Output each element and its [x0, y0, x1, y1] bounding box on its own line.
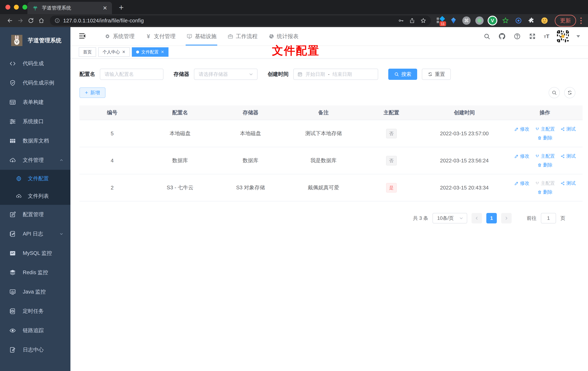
start-date-placeholder: 开始日期 [305, 71, 325, 77]
sidebar-item-label: 代码生成 [23, 60, 44, 67]
reset-button[interactable]: 重置 [422, 69, 451, 80]
minimize-window-button[interactable] [14, 5, 19, 10]
zoom-window-button[interactable] [22, 5, 27, 10]
github-icon[interactable] [498, 32, 506, 40]
topnav-right: TT [483, 30, 580, 42]
chevron-down-icon [59, 232, 63, 236]
font-size-icon[interactable]: TT [544, 33, 549, 39]
sidebar-item-java-monitor[interactable]: Java 监控 [0, 282, 70, 301]
sidebar-item-trace[interactable]: 链路追踪 [0, 321, 70, 340]
bookmark-star-icon[interactable] [420, 18, 426, 23]
nav-item-workflow[interactable]: 工作流程 [222, 27, 263, 45]
table-search-toggle-button[interactable] [549, 87, 560, 98]
next-page-button[interactable] [501, 213, 512, 223]
reload-button[interactable] [26, 15, 36, 26]
extension-emoji-icon[interactable] [540, 16, 549, 25]
nav-item-label: 支付管理 [154, 33, 176, 40]
storage-select[interactable]: 请选择存储器 [194, 69, 258, 80]
tag-file-config[interactable]: 文件配置 ✕ [132, 47, 168, 57]
site-info-icon[interactable] [54, 18, 60, 23]
sidebar-item-file-list[interactable]: 文件列表 [0, 187, 70, 205]
edit-action[interactable]: 修改 [514, 153, 529, 159]
tag-close-icon[interactable]: ✕ [122, 50, 125, 54]
extensions-row: 11 ⌘ V [436, 16, 549, 25]
sidebar-item-code-gen-demo[interactable]: 代码生成示例 [0, 73, 70, 93]
nav-item-system[interactable]: 系统管理 [99, 27, 140, 45]
add-button[interactable]: + 新增 [79, 87, 105, 98]
sidebar-item-db-doc[interactable]: 数据库文档 [0, 131, 70, 150]
browser-tab[interactable]: 芋道管理系统 ✕ [27, 2, 112, 14]
extension-v-icon[interactable]: V [488, 16, 497, 25]
sidebar-item-label: MySQL 监控 [23, 250, 52, 257]
tab-close-icon[interactable]: ✕ [103, 5, 107, 11]
share-icon[interactable] [409, 18, 415, 23]
config-name-input[interactable] [100, 69, 163, 80]
test-action[interactable]: 测试 [560, 153, 576, 159]
extension-kite-icon[interactable] [449, 16, 458, 25]
delete-action[interactable]: 删除 [537, 135, 553, 141]
extension-star-icon[interactable] [501, 16, 510, 25]
help-icon[interactable] [514, 32, 521, 40]
close-window-button[interactable] [5, 5, 10, 10]
sidebar-item-form-builder[interactable]: 表单构建 [0, 93, 70, 112]
tag-profile[interactable]: 个人中心 ✕ [98, 47, 130, 57]
sidebar-item-file-config[interactable]: 文件配置 [0, 170, 70, 187]
nav-item-infrastructure[interactable]: 基础设施 [181, 27, 222, 45]
extension-green-dot-icon[interactable] [475, 16, 484, 25]
goto-page-input[interactable] [541, 213, 556, 223]
pencil-icon [514, 127, 519, 131]
sidebar-item-log-center[interactable]: 日志中心 [0, 340, 70, 360]
search-button[interactable]: 搜索 [388, 69, 417, 80]
chart-monitor-icon [9, 250, 16, 257]
current-page-button[interactable]: 1 [486, 213, 497, 223]
extensions-puzzle-icon[interactable] [527, 16, 536, 25]
sliders-icon [9, 118, 16, 125]
nav-item-reports[interactable]: 统计报表 [263, 27, 304, 45]
avatar-caret-down-icon[interactable] [577, 35, 580, 38]
edit-action[interactable]: 修改 [514, 180, 529, 186]
nav-item-payment[interactable]: ¥ 支付管理 [140, 27, 181, 45]
browser-update-button[interactable]: 更新 [555, 15, 576, 27]
extension-command-icon[interactable]: ⌘ [462, 16, 471, 25]
password-key-icon[interactable] [398, 18, 404, 23]
pagination: 共 3 条 10条/页 1 前往 页 [79, 213, 583, 223]
master-action[interactable]: 主配置 [535, 126, 555, 132]
address-bar[interactable]: 127.0.0.1:1024/infra/file/file-config [50, 16, 431, 26]
fullscreen-icon[interactable] [529, 32, 536, 40]
sidebar-item-file-management[interactable]: 文件管理 [0, 150, 70, 170]
master-action[interactable]: 主配置 [535, 153, 555, 159]
sidebar-item-mysql-monitor[interactable]: MySQL 监控 [0, 244, 70, 263]
master-badge: 否 [386, 156, 397, 165]
extension-eye-icon[interactable] [514, 16, 523, 25]
share-nodes-icon [560, 154, 565, 159]
sidebar-item-code-gen[interactable]: 代码生成 [0, 54, 70, 73]
delete-action[interactable]: 删除 [537, 162, 553, 168]
forward-button[interactable] [15, 15, 26, 26]
sidebar-item-system-api[interactable]: 系统接口 [0, 112, 70, 131]
collapse-sidebar-icon[interactable] [78, 32, 87, 41]
edit-action[interactable]: 修改 [514, 126, 529, 132]
sidebar-item-scheduled-tasks[interactable]: 定时任务 [0, 301, 70, 321]
search-icon[interactable] [483, 32, 491, 40]
tag-home[interactable]: 首页 [79, 47, 96, 57]
new-tab-button[interactable]: + [119, 2, 124, 12]
delete-action[interactable]: 删除 [537, 189, 553, 195]
back-button[interactable] [5, 15, 15, 26]
tag-close-icon[interactable]: ✕ [161, 50, 164, 54]
sidebar-item-redis-monitor[interactable]: Redis 监控 [0, 263, 70, 282]
sidebar-item-api-log[interactable]: API 日志 [0, 224, 70, 244]
prev-page-button[interactable] [472, 213, 482, 223]
date-range-picker[interactable]: 开始日期 - 结束日期 [293, 69, 378, 80]
sidebar-item-config-management[interactable]: 配置管理 [0, 205, 70, 224]
user-avatar[interactable] [557, 30, 569, 42]
test-action[interactable]: 测试 [560, 180, 576, 186]
monitor-check-icon [186, 33, 192, 39]
app-logo-row[interactable]: 芋道管理系统 [0, 27, 70, 54]
page-size-select[interactable]: 10条/页 [432, 213, 467, 223]
red-annotation-label: 文件配置 [272, 43, 320, 58]
test-action[interactable]: 测试 [560, 126, 576, 132]
browser-menu-icon[interactable] [580, 18, 582, 24]
table-refresh-button[interactable] [564, 87, 575, 98]
home-button[interactable] [36, 15, 47, 26]
extension-grid-diamond-icon[interactable]: 11 [436, 16, 445, 25]
